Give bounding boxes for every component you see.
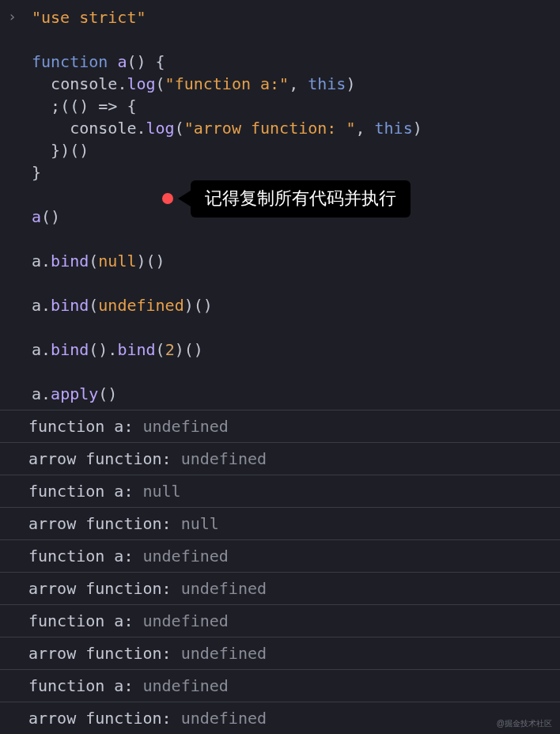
code-token: . (41, 252, 51, 271)
console-row: arrow function: null (0, 507, 560, 539)
code-token: bind (51, 252, 89, 271)
code-token: ( (89, 296, 98, 315)
code-token: )() (175, 340, 203, 359)
code-token: bind (117, 340, 155, 359)
console-row-value: undefined (143, 417, 229, 436)
console-row-label: function a: (28, 611, 143, 630)
code-token: . (136, 119, 146, 138)
console-row-value: undefined (181, 579, 267, 598)
code-token: function (32, 52, 108, 71)
console-row-value: null (181, 514, 219, 533)
console-row-label: arrow function: (28, 579, 181, 598)
code-token: a (32, 207, 41, 226)
console-row: function a: undefined (0, 539, 560, 572)
code-token: ) (346, 74, 355, 93)
console-row: arrow function: undefined (0, 442, 560, 475)
code-token: bind (51, 296, 89, 315)
code-token: a (32, 296, 41, 315)
code-token: () (98, 384, 117, 403)
tooltip-arrow-icon (178, 191, 191, 206)
console-row-value: undefined (143, 676, 229, 695)
code-token: ( (89, 252, 98, 271)
console-row-value: undefined (181, 709, 267, 728)
watermark-text: @掘金技术社区 (497, 718, 552, 729)
console-output: function a: undefinedarrow function: und… (0, 410, 560, 734)
console-row-label: function a: (28, 676, 143, 695)
code-token: "function a:" (165, 74, 289, 93)
code-token: log (127, 74, 155, 93)
red-dot-icon (162, 193, 173, 204)
console-row: function a: undefined (0, 604, 560, 637)
code-token: , (289, 74, 308, 93)
console-row: function a: undefined (0, 410, 560, 442)
code-token: console (70, 119, 136, 138)
console-row-label: arrow function: (28, 709, 181, 728)
code-token: , (355, 119, 374, 138)
code-token (32, 141, 51, 160)
console-row-value: undefined (143, 611, 229, 630)
code-token (32, 74, 51, 93)
code-token: a (32, 340, 41, 359)
code-token: () (89, 340, 108, 359)
tooltip-text: 记得复制所有代码并执行 (191, 180, 411, 218)
code-token: ( (156, 340, 165, 359)
code-token (32, 96, 51, 115)
code-token: })() (51, 141, 89, 160)
code-token: undefined (98, 296, 184, 315)
console-row-value: undefined (181, 644, 267, 663)
code-token: bind (51, 340, 89, 359)
code-token: )() (184, 296, 213, 315)
code-token: "arrow function: " (184, 119, 356, 138)
console-row-value: undefined (181, 449, 267, 468)
code-token: 2 (165, 340, 175, 359)
code-token: a (117, 52, 127, 71)
code-token (32, 119, 70, 138)
console-row-value: null (143, 482, 181, 501)
console-row: function a: undefined (0, 669, 560, 702)
code-token: . (41, 296, 51, 315)
console-row-label: arrow function: (28, 514, 181, 533)
code-token: } (32, 163, 41, 182)
code-token: console (51, 74, 117, 93)
prompt-chevron-icon: › (8, 6, 17, 26)
console-row: arrow function: undefined (0, 572, 560, 604)
code-token: )() (136, 252, 165, 271)
console-row-value: undefined (143, 547, 229, 566)
code-token: null (98, 252, 136, 271)
code-token: ( (175, 119, 184, 138)
console-row: function a: null (0, 475, 560, 507)
code-token: () (41, 207, 60, 226)
code-token: . (41, 340, 51, 359)
code-token: . (41, 384, 51, 403)
console-row: arrow function: undefined (0, 702, 560, 734)
console-row-label: arrow function: (28, 644, 181, 663)
code-token: . (117, 74, 127, 93)
console-row-label: function a: (28, 482, 143, 501)
console-row-label: function a: (28, 547, 143, 566)
code-token: a (32, 384, 41, 403)
code-token: . (108, 340, 117, 359)
annotation-tooltip: 记得复制所有代码并执行 (162, 180, 411, 218)
code-token: ;(() => { (51, 96, 136, 115)
code-token: log (146, 119, 175, 138)
console-row: arrow function: undefined (0, 637, 560, 669)
code-token: ) (413, 119, 422, 138)
code-token: this (308, 74, 346, 93)
code-token: "use strict" (32, 8, 146, 27)
code-token: this (375, 119, 413, 138)
code-token: a (32, 252, 41, 271)
console-row-label: arrow function: (28, 449, 181, 468)
code-token: ( (156, 74, 165, 93)
code-token: apply (51, 384, 98, 403)
console-row-label: function a: (28, 417, 143, 436)
code-token: () { (127, 52, 165, 71)
